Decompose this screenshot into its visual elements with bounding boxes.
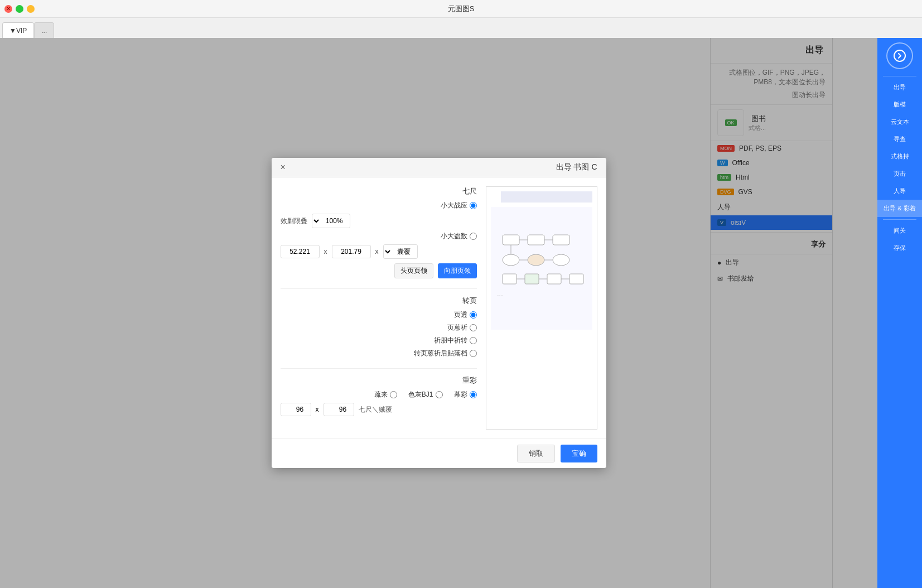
- orientation-row: 向朋页领 头页页领: [281, 263, 477, 278]
- modal-footer: 宝确 销取: [272, 438, 606, 468]
- auto-fit-radio[interactable]: [470, 202, 477, 209]
- landscape-btn[interactable]: 头页页领: [394, 263, 433, 278]
- main-layout: 出导 式格图位，GIF，PNG，JPEG，PMB8，文本图位长出导 图动长出导 …: [0, 38, 922, 588]
- all-pages-radio[interactable]: [470, 311, 477, 319]
- custom-size-radio[interactable]: [470, 233, 477, 240]
- print-options-label[interactable]: 转页蒽祈后贴落档: [414, 349, 477, 358]
- width-input[interactable]: [332, 245, 371, 258]
- page-range-section: 转页 页透 页蒽祈: [281, 296, 477, 369]
- svg-point-7: [553, 254, 569, 266]
- sidebar-page-label: 页击: [894, 170, 906, 178]
- sidebar-item-format[interactable]: 式格持: [877, 148, 922, 165]
- preview-header-bar: [501, 191, 592, 203]
- sidebar-mid-divider: [883, 219, 916, 220]
- tab-extra[interactable]: ...: [34, 22, 54, 38]
- auto-fit-sub-row: 100% 75% 50% 效剿限叠: [281, 214, 477, 228]
- sidebar-item-close[interactable]: 间关: [877, 222, 922, 239]
- preview-diagram: - - - - - - - - - - - - -: [491, 207, 592, 330]
- portrait-btn[interactable]: 向朋页领: [438, 263, 477, 278]
- content-area: 出导 式格图位，GIF，PNG，JPEG，PMB8，文本图位长出导 图动长出导 …: [0, 38, 877, 588]
- auto-fit-label[interactable]: 小大战应: [441, 201, 477, 210]
- dpi-row: 七尺＼贼覆 x: [281, 403, 477, 416]
- svg-rect-1: [528, 235, 544, 245]
- sidebar-item-export[interactable]: 出导: [877, 79, 922, 96]
- diagram-svg: - - - - - - - - - - - - -: [497, 224, 586, 313]
- sidebar-export-label: 出导: [894, 83, 906, 91]
- all-pages-row: 页透: [281, 310, 477, 320]
- sidebar-save-label: 存保: [894, 244, 906, 252]
- sidebar-cloud-label: 云文本: [891, 118, 909, 126]
- current-page-label[interactable]: 页蒽祈: [447, 323, 477, 332]
- selected-area-label[interactable]: 祈朋中祈转: [434, 336, 477, 345]
- confirm-button[interactable]: 宝确: [561, 445, 597, 462]
- arrow-right-circle-icon: [893, 49, 906, 62]
- svg-rect-14: [569, 274, 583, 284]
- svg-point-6: [528, 254, 544, 266]
- right-sidebar: 出导 版模 云文本 寻查 式格持 页击 人导 出导 & 彩着 间关 存保: [877, 38, 922, 588]
- sidebar-item-person2[interactable]: 人导: [877, 182, 922, 200]
- auto-fit-select[interactable]: 100% 75% 50%: [312, 214, 350, 228]
- selected-area-row: 祈朋中祈转: [281, 336, 477, 345]
- sidebar-top-icon[interactable]: [886, 42, 913, 69]
- sidebar-top-divider: [883, 76, 916, 76]
- print-options-radio[interactable]: [470, 350, 477, 357]
- title-bar: ✕ 元图图S: [0, 0, 922, 18]
- color-section: 重彩 幕彩 色灰BJ1: [281, 375, 477, 423]
- svg-point-5: [503, 254, 519, 266]
- cancel-button[interactable]: 销取: [517, 445, 555, 462]
- export-dialog: 出导 书图 C ×: [272, 158, 606, 468]
- color-title: 重彩: [281, 375, 477, 385]
- custom-size-label[interactable]: 小大盗数: [441, 232, 477, 241]
- modal-form: 七尺 小大战应 100%: [281, 186, 477, 430]
- current-page-row: 页蒽祈: [281, 323, 477, 332]
- sidebar-item-visio-export[interactable]: 出导 & 彩着: [877, 200, 922, 217]
- selected-area-radio[interactable]: [470, 337, 477, 344]
- sidebar-item-save[interactable]: 存保: [877, 239, 922, 257]
- unit-select[interactable]: 囊覆 px mm: [383, 244, 418, 259]
- mono-radio[interactable]: [390, 391, 397, 398]
- sidebar-item-search[interactable]: 寻查: [877, 131, 922, 148]
- tab-vip[interactable]: VIP▼: [2, 22, 34, 38]
- mono-label[interactable]: 疏来: [374, 390, 397, 399]
- preview-pane: - - - - - - - - - - - - -: [486, 186, 597, 430]
- sidebar-person2-label: 人导: [894, 187, 906, 195]
- modal-overlay: 出导 书图 C ×: [0, 38, 877, 588]
- page-size-title: 七尺: [281, 186, 477, 196]
- tab-bar: VIP▼ ...: [0, 18, 922, 38]
- grayscale-radio[interactable]: [436, 391, 443, 398]
- modal-body: - - - - - - - - - - - - - 七尺: [272, 177, 606, 438]
- preview-inner: - - - - - - - - - - - - -: [486, 187, 597, 429]
- svg-rect-13: [547, 274, 561, 284]
- svg-rect-12: [525, 274, 539, 284]
- print-options-row: 转页蒽祈后贴落档: [281, 349, 477, 358]
- sidebar-visio-export-label: 出导 & 彩着: [884, 204, 915, 213]
- all-pages-label[interactable]: 页透: [454, 310, 477, 320]
- auto-fit-label2: 效剿限叠: [281, 216, 307, 226]
- maximize-button[interactable]: [16, 5, 23, 13]
- svg-point-19: [894, 50, 905, 61]
- svg-rect-11: [503, 274, 516, 284]
- colored-row: 幕彩 色灰BJ1 疏来: [281, 390, 477, 399]
- svg-text:- - - - - - - - - - - - -: - - - - - - - - - - - - -: [497, 293, 503, 297]
- dpi-label: 七尺＼贼覆: [359, 405, 392, 415]
- sidebar-item-cloud[interactable]: 云文本: [877, 113, 922, 131]
- page-range-title: 转页: [281, 296, 477, 306]
- minimize-button[interactable]: [27, 5, 35, 13]
- sidebar-search-label: 寻查: [894, 135, 906, 143]
- close-window-button[interactable]: ✕: [4, 5, 12, 13]
- grayscale-label[interactable]: 色灰BJ1: [408, 390, 443, 399]
- height-input[interactable]: [281, 245, 320, 258]
- modal-title: 出导 书图 C: [556, 162, 597, 172]
- sidebar-item-template[interactable]: 版模: [877, 96, 922, 113]
- current-page-radio[interactable]: [470, 324, 477, 331]
- modal-header: 出导 书图 C ×: [272, 158, 606, 177]
- custom-size-row: 小大盗数: [281, 232, 477, 241]
- size-inputs-row: 囊覆 px mm x x: [281, 244, 477, 259]
- sidebar-close-label: 间关: [894, 226, 906, 235]
- colored-label[interactable]: 幕彩: [454, 390, 477, 399]
- sidebar-item-page[interactable]: 页击: [877, 165, 922, 182]
- dpi-x-input[interactable]: [281, 403, 311, 416]
- modal-close-button[interactable]: ×: [281, 162, 286, 172]
- dpi-y-input[interactable]: [324, 403, 354, 416]
- colored-radio[interactable]: [470, 391, 477, 398]
